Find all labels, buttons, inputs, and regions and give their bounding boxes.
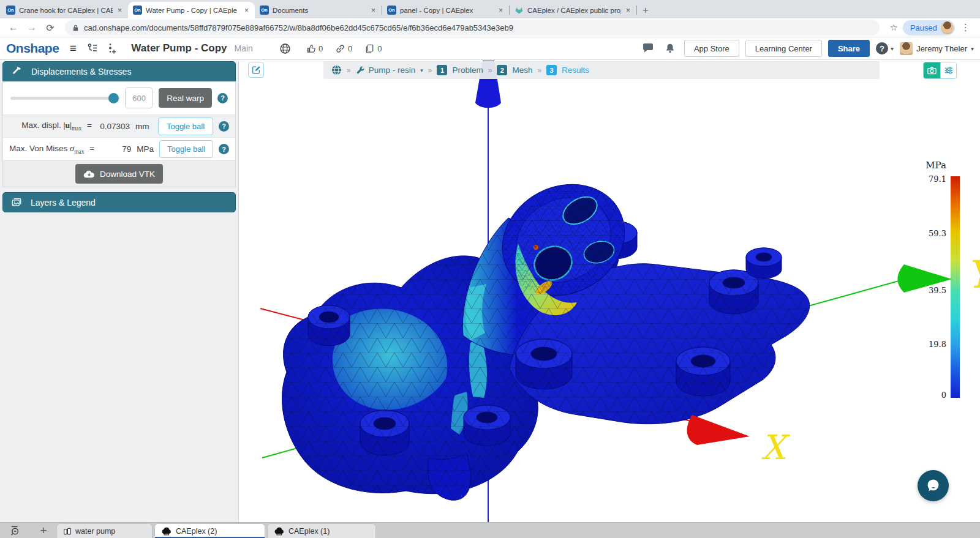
- browser-tab-documents[interactable]: On Documents ×: [255, 2, 382, 18]
- panel-layers-legend[interactable]: Layers & Legend: [2, 192, 236, 212]
- new-tab-button[interactable]: +: [637, 2, 654, 18]
- panel-title: Displacements & Stresses: [31, 67, 131, 77]
- browser-tab-water-pump[interactable]: On Water Pump - Copy | CAEple ×: [128, 2, 255, 18]
- step-mesh-link[interactable]: Mesh: [512, 65, 532, 75]
- copies-stat[interactable]: 0: [364, 43, 382, 54]
- paused-label: Paused: [910, 23, 937, 32]
- layers-icon: [11, 197, 22, 208]
- breadcrumb-project[interactable]: Pump - resin ▾: [356, 65, 423, 75]
- tab-water-pump[interactable]: water pump: [56, 523, 153, 538]
- browser-toolbar: ← → ⟳ cad.onshape.com/documents/58ffd787…: [0, 18, 980, 37]
- 3d-viewport[interactable]: MPa 79.1 59.3 39.5 19.8 0 X Y: [239, 61, 980, 522]
- panel-displacements-stresses[interactable]: Displacements & Stresses: [2, 61, 236, 81]
- reload-button[interactable]: ⟳: [42, 20, 59, 35]
- sync-paused-chip[interactable]: Paused: [903, 20, 955, 35]
- help-menu[interactable]: ? ▾: [876, 42, 894, 54]
- cloud-download-icon: [83, 170, 95, 179]
- lock-icon: [72, 24, 79, 32]
- browser-tab-gitlab-caeplex[interactable]: CAEplex / CAEplex public proj ×: [510, 2, 636, 18]
- max-displacement-unit: mm: [130, 122, 152, 131]
- tab-close-icon[interactable]: ×: [625, 6, 631, 15]
- public-globe-icon[interactable]: [277, 40, 293, 56]
- bookmark-star-icon[interactable]: ☆: [886, 22, 901, 33]
- browser-tab-crane-hook[interactable]: On Crane hook for CAEplex | CAE ×: [1, 2, 128, 18]
- learning-center-button[interactable]: Learning Center: [745, 40, 822, 57]
- notifications-bell-icon[interactable]: [662, 40, 678, 56]
- link-icon: [335, 43, 345, 54]
- warp-slider[interactable]: [10, 97, 119, 100]
- chat-bubble-icon: [925, 477, 941, 494]
- onshape-logo[interactable]: Onshape: [6, 41, 59, 56]
- view-controls: [923, 62, 957, 79]
- tab-close-icon[interactable]: ×: [116, 6, 123, 15]
- step-3-badge: 3: [546, 65, 557, 75]
- colorbar-tick: 59.3: [929, 229, 946, 238]
- search-tabs-icon: [10, 525, 23, 536]
- step-2-badge: 2: [497, 65, 507, 75]
- toggle-ball-von-mises-button[interactable]: Toggle ball: [159, 140, 213, 158]
- help-icon[interactable]: ?: [219, 121, 229, 132]
- download-vtk-button[interactable]: Download VTK: [75, 164, 163, 184]
- search-tabs-button[interactable]: [7, 523, 26, 538]
- likes-stat[interactable]: 0: [306, 43, 323, 54]
- link-count: 0: [348, 44, 352, 53]
- tab-caeplex-1[interactable]: CAEplex (1): [267, 523, 376, 538]
- real-warp-button[interactable]: Real warp: [159, 88, 212, 108]
- forward-button[interactable]: →: [23, 20, 40, 35]
- pencil-square-icon: [251, 65, 261, 75]
- max-displacement-row: Max. displ. |u|max = 0.07303 mm Toggle b…: [3, 115, 235, 138]
- step-problem-link[interactable]: Problem: [452, 65, 483, 75]
- versions-history-icon[interactable]: [85, 40, 100, 56]
- max-displacement-label: Max. displ. |u|max =: [9, 121, 93, 132]
- onshape-tab-bar: + water pump CAEplex (2) CAEplex (1): [0, 522, 980, 538]
- slider-thumb[interactable]: [108, 93, 119, 103]
- screenshot-camera-button[interactable]: [924, 62, 940, 78]
- branch-create-icon[interactable]: [104, 40, 120, 56]
- onshape-header: Onshape ≡ Water Pump - Copy Main 0 0 0: [0, 37, 980, 60]
- breadcrumb-separator: »: [537, 66, 541, 75]
- copy-icon: [364, 43, 375, 54]
- browser-tab-strip: On Crane hook for CAEplex | CAE × On Wat…: [0, 0, 980, 18]
- document-title[interactable]: Water Pump - Copy: [131, 42, 227, 54]
- panel-body: Real warp ? Max. displ. |u|max = 0.07303…: [2, 81, 236, 187]
- back-button[interactable]: ←: [5, 20, 22, 35]
- edit-sketch-button[interactable]: [248, 62, 264, 78]
- warp-slider-row: Real warp ?: [3, 81, 235, 115]
- tab-title: CAEplex / CAEplex public proj: [527, 7, 621, 14]
- camera-icon: [927, 65, 937, 76]
- browser-tab-panel-copy[interactable]: On panel - Copy | CAEplex ×: [382, 2, 509, 18]
- help-icon[interactable]: ?: [217, 93, 228, 103]
- workspace-label[interactable]: Main: [235, 43, 253, 53]
- max-von-mises-label: Max. Von Mises σmax =: [9, 143, 96, 155]
- breadcrumb-separator: »: [488, 66, 492, 75]
- colorbar-gradient: [951, 176, 960, 398]
- colorbar-tick: 79.1: [929, 174, 946, 184]
- browser-menu-icon[interactable]: ⋮: [956, 22, 975, 33]
- warp-value-input[interactable]: [125, 88, 153, 108]
- tab-label: CAEplex (2): [176, 527, 217, 536]
- comments-icon[interactable]: [640, 40, 656, 56]
- main-menu-icon[interactable]: ≡: [65, 40, 81, 56]
- water-pump-mesh-model[interactable]: [260, 163, 824, 514]
- panel-title: Layers & Legend: [31, 198, 96, 207]
- share-button[interactable]: Share: [828, 40, 870, 57]
- chat-widget-button[interactable]: [918, 470, 949, 501]
- insert-new-tab-button[interactable]: +: [34, 523, 53, 538]
- address-bar[interactable]: cad.onshape.com/documents/58ffd7879f075e…: [65, 20, 880, 35]
- step-results-link[interactable]: Results: [562, 65, 589, 75]
- chevron-down-icon: ▾: [420, 67, 423, 73]
- help-icon[interactable]: ?: [219, 144, 229, 154]
- tab-close-icon[interactable]: ×: [243, 6, 250, 15]
- user-menu[interactable]: Jeremy Theler ▾: [900, 42, 974, 55]
- tab-caeplex-2[interactable]: CAEplex (2): [154, 523, 265, 538]
- links-stat[interactable]: 0: [335, 43, 352, 54]
- help-icon: ?: [876, 42, 888, 54]
- fem-scene[interactable]: MPa 79.1 59.3 39.5 19.8 0 X Y: [239, 61, 980, 522]
- toggle-ball-displacement-button[interactable]: Toggle ball: [158, 118, 213, 135]
- onshape-favicon-icon: On: [6, 6, 15, 15]
- display-options-button[interactable]: [940, 62, 956, 78]
- app-store-button[interactable]: App Store: [684, 40, 739, 57]
- tab-close-icon[interactable]: ×: [497, 6, 504, 15]
- globe-icon[interactable]: [331, 65, 342, 75]
- tab-close-icon[interactable]: ×: [370, 6, 377, 15]
